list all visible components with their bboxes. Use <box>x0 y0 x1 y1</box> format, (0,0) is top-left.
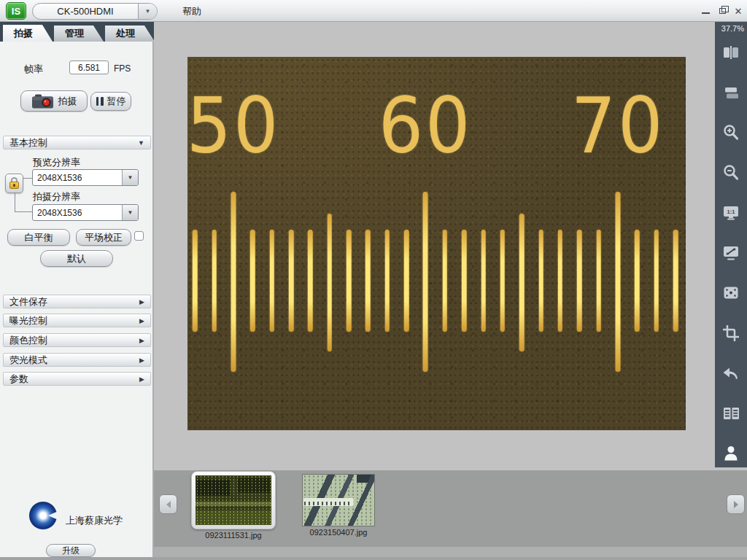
ruler-tick-short <box>443 230 448 332</box>
pause-button-label: 暂停 <box>107 95 126 108</box>
tab-capture[interactable]: 拍摄 <box>3 25 53 42</box>
thumbnail-filename: 0923150407.jpg <box>310 528 368 537</box>
capture-resolution-label: 拍摄分辨率 <box>33 190 80 203</box>
tab-process[interactable]: 处理 <box>105 26 155 42</box>
ruler-tick-short <box>577 230 582 332</box>
ruler-tick-tall <box>423 192 428 372</box>
preview-resolution-label: 预览分辨率 <box>33 156 80 169</box>
section-collapsed-3[interactable]: 荧光模式▶ <box>3 353 151 367</box>
ruler-tick-short <box>558 230 563 332</box>
ruler-number: 70 <box>571 85 665 169</box>
chevron-right-icon: ▶ <box>139 337 144 344</box>
chevron-right-icon: ▶ <box>139 357 144 364</box>
minimize-button[interactable] <box>699 5 712 17</box>
camera-icon <box>31 93 55 109</box>
thumbnail-image <box>302 474 375 526</box>
title-bar: IS CK-500HDMI ▼ 帮助 ✕ <box>0 0 747 22</box>
chevron-right-icon: ▶ <box>139 298 144 306</box>
ruler-tick-short <box>193 230 198 332</box>
scroll-right-button[interactable] <box>727 494 745 514</box>
device-select[interactable]: CK-500HDMI ▼ <box>32 3 158 20</box>
help-menu[interactable]: 帮助 <box>182 5 201 18</box>
flat-field-checkbox[interactable] <box>134 231 144 241</box>
chevron-down-icon[interactable]: ▼ <box>122 170 138 185</box>
section-label: 荧光模式 <box>9 354 47 367</box>
filmstrip: 0923111531.jpg0923150407.jpg <box>154 470 747 547</box>
chevron-down-icon[interactable]: ▼ <box>122 205 138 220</box>
upgrade-button[interactable]: 升级 <box>46 544 96 557</box>
section-label: 颜色控制 <box>9 334 47 347</box>
section-basic-control[interactable]: 基本控制 ▼ <box>3 136 151 149</box>
restore-button[interactable] <box>716 5 729 17</box>
fps-unit-label: FPS <box>114 63 131 74</box>
section-collapsed-2[interactable]: 颜色控制▶ <box>3 333 151 347</box>
white-balance-button[interactable]: 白平衡 <box>7 229 70 246</box>
split-vertical-icon[interactable] <box>721 42 741 63</box>
zoom-in-icon[interactable] <box>721 122 741 143</box>
white-balance-label: 白平衡 <box>25 231 53 244</box>
section-basic-control-label: 基本控制 <box>9 136 47 149</box>
ruler-tick-short <box>538 230 543 332</box>
tab-label: 处理 <box>116 27 135 40</box>
ruler-tick-short <box>250 230 255 332</box>
chevron-down-icon: ▼ <box>138 139 144 147</box>
capture-resolution-value: 2048X1536 <box>33 208 122 218</box>
preview-resolution-select[interactable]: 2048X1536 ▼ <box>32 169 139 186</box>
frame-rate-input[interactable] <box>69 61 109 74</box>
svg-text:1:1: 1:1 <box>727 209 735 215</box>
ruler-tick-short <box>404 230 409 332</box>
capture-resolution-select[interactable]: 2048X1536 ▼ <box>32 204 139 221</box>
actual-size-icon[interactable]: 1:1 <box>721 203 741 223</box>
tab-manage[interactable]: 管理 <box>54 26 104 42</box>
section-label: 曝光控制 <box>9 314 47 327</box>
default-button[interactable]: 默认 <box>40 250 113 267</box>
flat-field-label: 平场校正 <box>85 231 123 244</box>
tab-label: 拍摄 <box>14 27 33 40</box>
chevron-right-icon: ▶ <box>139 317 144 324</box>
section-label: 文件保存 <box>9 295 47 308</box>
scroll-left-button[interactable] <box>159 494 177 514</box>
ruler-tick-short <box>365 230 371 332</box>
ruler-tick-short <box>385 230 390 332</box>
thumbnail-filename: 0923111531.jpg <box>205 531 261 540</box>
lock-icon[interactable] <box>5 174 23 193</box>
ruler-tick-short <box>635 230 640 332</box>
ruler-tick-short <box>654 230 659 332</box>
thumbnail-browser-icon[interactable] <box>721 403 741 424</box>
section-collapsed-1[interactable]: 曝光控制▶ <box>3 314 151 327</box>
pause-button[interactable]: 暂停 <box>90 92 131 111</box>
ruler-tick-short <box>308 230 313 332</box>
capture-panel: 帧率 FPS 拍摄 暂停 基本控制 ▼ 预览分辨率 <box>0 42 154 560</box>
section-collapsed-0[interactable]: 文件保存▶ <box>3 295 151 308</box>
ruler-tick-medium <box>327 214 332 351</box>
undo-icon[interactable] <box>721 363 741 384</box>
ruler-tick-short <box>596 230 601 332</box>
crop-icon[interactable] <box>721 323 741 343</box>
thumbnail-item-0[interactable]: 0923111531.jpg <box>191 471 276 529</box>
flat-field-button[interactable]: 平场校正 <box>76 229 131 246</box>
app-logo-icon: IS <box>6 2 26 20</box>
capture-button[interactable]: 拍摄 <box>20 90 88 112</box>
full-screen-icon[interactable] <box>721 283 741 303</box>
close-button[interactable]: ✕ <box>732 5 745 17</box>
tab-label: 管理 <box>65 27 84 40</box>
capture-button-label: 拍摄 <box>58 95 77 108</box>
zoom-out-icon[interactable] <box>721 163 741 183</box>
microscope-preview: 506070 <box>187 57 686 430</box>
ruler-number: 50 <box>187 85 280 169</box>
ruler-tick-short <box>500 230 506 332</box>
frame-rate-label: 帧率 <box>24 63 43 76</box>
user-icon[interactable] <box>721 443 741 464</box>
chevron-down-icon[interactable]: ▼ <box>138 4 157 19</box>
section-collapsed-4[interactable]: 参数▶ <box>3 372 151 386</box>
ruler-tick-short <box>269 230 274 332</box>
ruler-tick-short <box>673 230 678 332</box>
thumbnail-item-1[interactable]: 0923150407.jpg <box>302 474 375 526</box>
tab-bar: 拍摄管理处理 <box>0 22 154 42</box>
ruler-number: 60 <box>379 85 472 169</box>
fit-screen-icon[interactable] <box>721 243 741 263</box>
default-button-label: 默认 <box>67 252 86 265</box>
brand-logo <box>28 500 58 531</box>
split-horizontal-icon[interactable] <box>721 82 741 103</box>
upgrade-button-label: 升级 <box>62 545 80 557</box>
